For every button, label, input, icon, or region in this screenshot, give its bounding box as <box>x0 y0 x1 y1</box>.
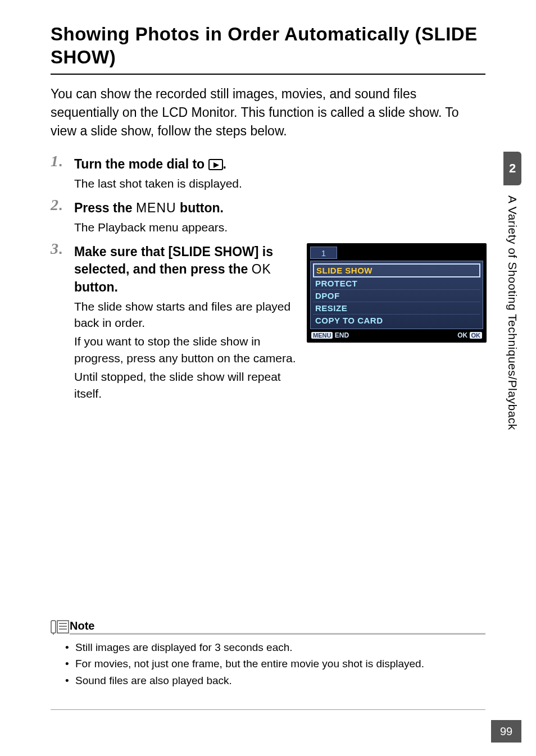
step-number: 1. <box>51 152 62 170</box>
intro-paragraph: You can show the recorded still images, … <box>51 85 485 141</box>
lcd-footer: MENU END OK OK <box>310 329 483 339</box>
note-list: Still images are displayed for 3 seconds… <box>65 639 485 689</box>
svg-rect-1 <box>57 621 69 633</box>
step-3: 3. Make sure that [SLIDE SHOW] is select… <box>51 243 485 403</box>
step-2-body: The Playback menu appears. <box>74 219 485 235</box>
section-title-vertical: A Variety of Shooting Techniques/Playbac… <box>507 195 519 430</box>
lcd-menu-item-slide-show: SLIDE SHOW <box>313 263 480 277</box>
page-heading: Showing Photos in Order Automatically (S… <box>51 22 485 69</box>
note-item: Sound files are also played back. <box>65 672 485 689</box>
step-1: 1. Turn the mode dial to . The last shot… <box>51 156 485 192</box>
heading-rule <box>51 74 485 75</box>
step-number: 2. <box>51 196 62 214</box>
step-2-title: Press the MENU button. <box>74 199 485 217</box>
lcd-menu-item-copy-to-card: COPY TO CARD <box>313 315 480 326</box>
note-block: Note Still images are displayed for 3 se… <box>51 619 485 689</box>
step-2: 2. Press the MENU button. The Playback m… <box>51 199 485 235</box>
lcd-tab: 1 <box>310 247 337 259</box>
lcd-footer-end: END <box>335 331 349 339</box>
lcd-menu-item-dpof: DPOF <box>313 290 480 302</box>
lcd-menu-item-resize: RESIZE <box>313 302 480 315</box>
playback-mode-icon <box>208 159 223 170</box>
step-1-title: Turn the mode dial to . <box>74 156 485 173</box>
note-title: Note <box>70 620 94 632</box>
manual-page: Showing Photos in Order Automatically (S… <box>0 0 536 756</box>
step-1-body: The last shot taken is displayed. <box>74 175 485 192</box>
lcd-menu-item-protect: PROTECT <box>313 277 480 290</box>
steps-list: 1. Turn the mode dial to . The last shot… <box>51 156 485 404</box>
side-tab: 2 A Variety of Shooting Techniques/Playb… <box>503 152 521 430</box>
footer-rule <box>51 709 485 710</box>
page-number: 99 <box>491 720 521 743</box>
note-item: For movies, not just one frame, but the … <box>65 655 485 672</box>
lcd-ok-btn-icon: OK <box>470 332 483 339</box>
lcd-menu-panel: SLIDE SHOW PROTECT DPOF RESIZE COPY TO C… <box>310 261 483 329</box>
step-3-title: Make sure that [SLIDE SHOW] is selected,… <box>74 243 299 295</box>
section-number-badge: 2 <box>503 152 521 185</box>
note-icon <box>51 619 70 635</box>
ok-button-label: OK <box>252 262 271 276</box>
svg-rect-0 <box>51 621 56 633</box>
note-item: Still images are displayed for 3 seconds… <box>65 639 485 655</box>
step-3-body: The slide show starts and files are play… <box>74 298 299 402</box>
lcd-screenshot: 1 SLIDE SHOW PROTECT DPOF RESIZE COPY TO… <box>307 243 487 343</box>
lcd-menu-btn-icon: MENU <box>311 332 333 339</box>
lcd-footer-ok-label: OK <box>457 331 467 339</box>
menu-button-label: MENU <box>136 201 176 215</box>
step-number: 3. <box>51 240 62 258</box>
